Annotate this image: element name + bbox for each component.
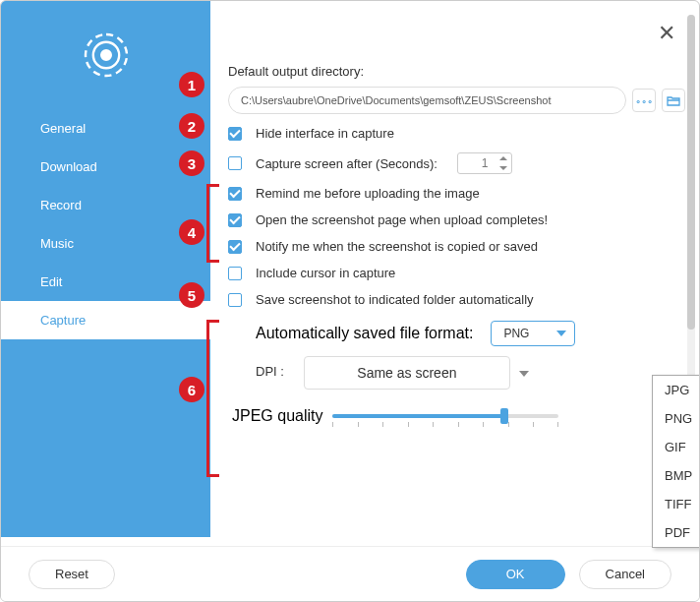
- annotation-bracket-6: [206, 320, 218, 477]
- notify-copy-checkbox[interactable]: [228, 240, 242, 254]
- open-folder-button[interactable]: [662, 89, 685, 112]
- format-label: Automatically saved file format:: [256, 325, 473, 342]
- notify-copy-label: Notify me when the screenshot is copied …: [256, 239, 538, 254]
- annotation-bracket-4: [206, 184, 218, 263]
- default-dir-label: Default output directory:: [228, 64, 685, 79]
- cancel-button[interactable]: Cancel: [579, 560, 671, 589]
- annotation-badge-3: 3: [179, 150, 204, 176]
- auto-save-label: Save screenshot to indicated folder auto…: [256, 292, 534, 307]
- capture-after-stepper[interactable]: 1: [457, 152, 512, 174]
- annotation-badge-6: 6: [179, 377, 204, 402]
- format-option-jpg[interactable]: JPG: [653, 376, 700, 404]
- annotation-badge-4: 4: [179, 219, 204, 245]
- sidebar-item-record[interactable]: Record: [1, 186, 210, 224]
- jpeg-quality-slider[interactable]: [332, 414, 558, 418]
- open-page-label: Open the screenshot page when upload com…: [256, 212, 548, 227]
- sidebar-item-capture[interactable]: Capture: [1, 301, 210, 339]
- jpeg-quality-label: JPEG quality: [232, 407, 322, 425]
- remind-upload-label: Remind me before uploading the image: [256, 186, 480, 201]
- hide-interface-checkbox[interactable]: [228, 127, 242, 141]
- include-cursor-checkbox[interactable]: [228, 267, 242, 280]
- annotation-badge-5: 5: [179, 282, 204, 308]
- remind-upload-checkbox[interactable]: [228, 187, 242, 201]
- annotation-badge-1: 1: [179, 72, 204, 97]
- open-page-checkbox[interactable]: [228, 213, 242, 227]
- more-button[interactable]: ∘∘∘: [632, 89, 656, 112]
- gear-icon: [1, 1, 210, 109]
- format-option-bmp[interactable]: BMP: [653, 461, 700, 490]
- format-option-tiff[interactable]: TIFF: [653, 490, 700, 518]
- format-option-pdf[interactable]: PDF: [653, 518, 700, 547]
- dpi-label: DPI :: [256, 356, 284, 379]
- auto-save-checkbox[interactable]: [228, 293, 242, 307]
- chevron-down-icon: [556, 331, 566, 336]
- reset-button[interactable]: Reset: [29, 560, 115, 589]
- hide-interface-label: Hide interface in capture: [256, 126, 394, 141]
- capture-after-label: Capture screen after (Seconds):: [256, 156, 438, 171]
- content-panel: 1 2 3 4 5 6 Default output directory: ∘∘…: [210, 1, 699, 537]
- svg-point-0: [101, 50, 111, 60]
- ok-button[interactable]: OK: [466, 560, 565, 589]
- default-dir-input[interactable]: [228, 87, 626, 114]
- dpi-select[interactable]: Same as screen: [304, 356, 510, 390]
- include-cursor-label: Include cursor in capture: [256, 266, 395, 280]
- annotation-badge-2: 2: [179, 113, 204, 139]
- format-select[interactable]: PNG: [491, 321, 575, 346]
- footer: Reset OK Cancel: [1, 546, 699, 601]
- capture-after-checkbox[interactable]: [228, 156, 242, 170]
- format-option-png[interactable]: PNG: [653, 404, 700, 433]
- format-select-value: PNG: [503, 327, 529, 340]
- format-dropdown: JPG PNG GIF BMP TIFF PDF: [652, 375, 700, 548]
- format-option-gif[interactable]: GIF: [653, 433, 700, 461]
